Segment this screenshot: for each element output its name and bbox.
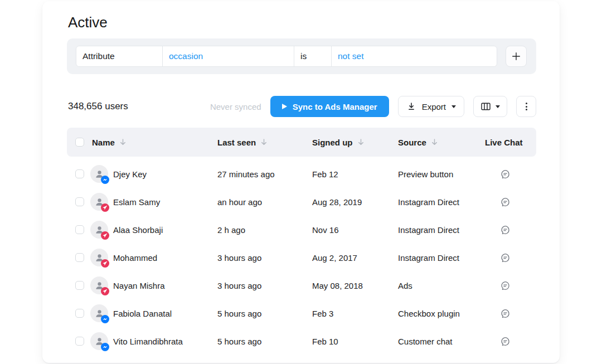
user-name: Fabiola Danatal bbox=[113, 309, 172, 318]
table-row[interactable]: Alaa Shorbaji 2 h ago Nov 16 Instagram D… bbox=[67, 216, 536, 244]
row-checkbox[interactable] bbox=[75, 225, 84, 234]
table-body: Djey Key 27 minutes ago Feb 12 Preview b… bbox=[67, 160, 536, 355]
user-name: Djey Key bbox=[113, 169, 147, 179]
avatar bbox=[90, 221, 108, 239]
toolbar: 348,656 users Never synced Sync to Ads M… bbox=[68, 96, 536, 117]
live-chat-icon[interactable] bbox=[500, 225, 511, 235]
avatar bbox=[90, 249, 108, 266]
signed-up-value: Feb 10 bbox=[312, 337, 398, 346]
source-value: Checkbox plugin bbox=[398, 309, 485, 318]
row-checkbox[interactable] bbox=[75, 337, 84, 346]
user-count: 348,656 users bbox=[68, 101, 128, 112]
last-seen-value: an hour ago bbox=[217, 197, 312, 207]
source-value: Instagram Direct bbox=[398, 225, 485, 235]
sort-desc-icon[interactable] bbox=[260, 138, 268, 146]
columns-button[interactable] bbox=[473, 96, 507, 117]
sort-desc-icon[interactable] bbox=[119, 138, 127, 146]
live-chat-icon[interactable] bbox=[500, 308, 511, 319]
instagram-direct-badge-icon bbox=[101, 231, 109, 240]
last-seen-value: 3 hours ago bbox=[217, 253, 312, 263]
signed-up-value: Feb 12 bbox=[312, 169, 398, 179]
live-chat-icon[interactable] bbox=[500, 253, 511, 263]
select-all-checkbox[interactable] bbox=[75, 138, 84, 147]
live-chat-icon[interactable] bbox=[500, 280, 511, 291]
active-segment-card: Active Attribute occasion is not set 348… bbox=[42, 1, 560, 363]
user-name: Eslam Samy bbox=[113, 197, 160, 207]
column-header-source[interactable]: Source bbox=[398, 138, 426, 147]
page-title: Active bbox=[68, 14, 108, 31]
live-chat-icon[interactable] bbox=[500, 169, 511, 179]
source-value: Instagram Direct bbox=[398, 253, 485, 263]
user-name: Vito Limandibhrata bbox=[113, 337, 183, 346]
table-row[interactable]: Eslam Samy an hour ago Aug 28, 2019 Inst… bbox=[67, 188, 536, 216]
column-header-last-seen[interactable]: Last seen bbox=[217, 138, 256, 147]
last-seen-value: 5 hours ago bbox=[217, 309, 312, 318]
instagram-direct-badge-icon bbox=[101, 203, 109, 212]
plus-icon bbox=[511, 51, 521, 61]
source-value: Instagram Direct bbox=[398, 197, 485, 207]
table-row[interactable]: Mohammed 3 hours ago Aug 2, 2017 Instagr… bbox=[67, 244, 536, 271]
instagram-direct-badge-icon bbox=[101, 259, 109, 268]
live-chat-icon[interactable] bbox=[500, 197, 511, 207]
caret-down-icon bbox=[452, 105, 456, 108]
column-header-live-chat: Live Chat bbox=[485, 138, 523, 147]
user-name: Nayan Mishra bbox=[113, 281, 165, 290]
more-actions-button[interactable] bbox=[516, 96, 536, 117]
messenger-badge-icon bbox=[101, 315, 109, 323]
last-seen-value: 27 minutes ago bbox=[217, 169, 312, 179]
export-button[interactable]: Export bbox=[398, 96, 464, 117]
table-row[interactable]: Nayan Mishra 3 hours ago May 08, 2018 Ad… bbox=[67, 271, 536, 299]
filter-type-select[interactable]: Attribute bbox=[76, 46, 163, 67]
avatar bbox=[90, 165, 108, 183]
sync-status: Never synced bbox=[210, 102, 261, 111]
signed-up-value: Aug 2, 2017 bbox=[312, 253, 398, 263]
row-checkbox[interactable] bbox=[75, 169, 84, 178]
filter-attribute-select[interactable]: occasion bbox=[162, 46, 294, 67]
column-header-name[interactable]: Name bbox=[92, 138, 115, 147]
signed-up-value: May 08, 2018 bbox=[312, 281, 398, 290]
filter-bar: Attribute occasion is not set bbox=[67, 38, 536, 74]
signed-up-value: Aug 28, 2019 bbox=[312, 197, 398, 207]
kebab-menu-icon bbox=[526, 103, 527, 110]
instagram-direct-badge-icon bbox=[101, 287, 109, 295]
user-name: Mohammed bbox=[113, 253, 157, 263]
filter-operator-select[interactable]: is bbox=[294, 46, 332, 67]
messenger-badge-icon bbox=[101, 176, 109, 184]
columns-icon bbox=[480, 101, 491, 111]
avatar bbox=[90, 332, 108, 350]
play-icon bbox=[282, 104, 287, 109]
row-checkbox[interactable] bbox=[75, 309, 84, 318]
last-seen-value: 2 h ago bbox=[217, 225, 312, 235]
sync-to-ads-manager-button[interactable]: Sync to Ads Manager bbox=[270, 96, 389, 117]
messenger-badge-icon bbox=[101, 343, 109, 351]
table-row[interactable]: Djey Key 27 minutes ago Feb 12 Preview b… bbox=[67, 160, 536, 188]
sort-desc-icon[interactable] bbox=[431, 138, 438, 146]
filter-value-select[interactable]: not set bbox=[331, 46, 497, 67]
source-value: Preview button bbox=[398, 169, 485, 179]
column-header-signed-up[interactable]: Signed up bbox=[312, 138, 353, 147]
user-name: Alaa Shorbaji bbox=[113, 225, 163, 235]
row-checkbox[interactable] bbox=[75, 253, 84, 262]
last-seen-value: 5 hours ago bbox=[217, 337, 312, 346]
table-row[interactable]: Vito Limandibhrata 5 hours ago Feb 10 Cu… bbox=[67, 327, 536, 355]
source-value: Ads bbox=[398, 281, 485, 290]
download-icon bbox=[406, 101, 416, 111]
add-filter-button[interactable] bbox=[506, 46, 527, 67]
avatar bbox=[90, 193, 108, 211]
last-seen-value: 3 hours ago bbox=[217, 281, 312, 290]
caret-down-icon bbox=[496, 105, 500, 108]
avatar bbox=[90, 276, 108, 294]
sort-desc-icon[interactable] bbox=[357, 138, 365, 146]
row-checkbox[interactable] bbox=[75, 197, 84, 206]
source-value: Customer chat bbox=[398, 337, 485, 346]
signed-up-value: Feb 3 bbox=[312, 309, 398, 318]
row-checkbox[interactable] bbox=[75, 281, 84, 290]
table-header: Name Last seen Signed up Source Live Cha… bbox=[67, 128, 536, 157]
signed-up-value: Nov 16 bbox=[312, 225, 398, 235]
table-row[interactable]: Fabiola Danatal 5 hours ago Feb 3 Checkb… bbox=[67, 299, 536, 327]
avatar bbox=[90, 304, 108, 322]
live-chat-icon[interactable] bbox=[500, 336, 511, 347]
filter-condition: Attribute occasion is not set bbox=[76, 46, 497, 67]
